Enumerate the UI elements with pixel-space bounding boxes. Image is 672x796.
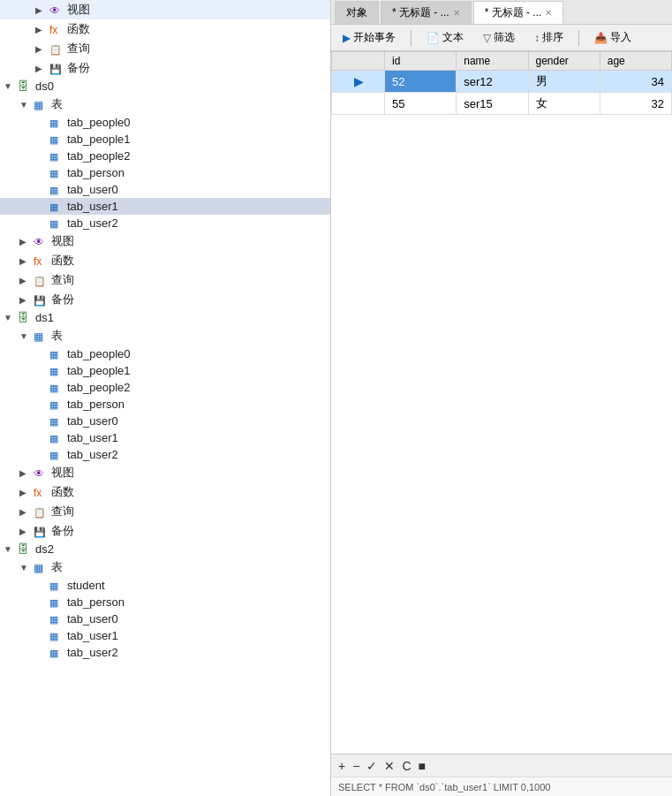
tree-icon-tab_user2-ds2: ▦ bbox=[49, 646, 65, 659]
tab-untitled1[interactable]: * 无标题 - ... ✕ bbox=[381, 1, 472, 24]
sidebar-item-tab_user1-ds0[interactable]: ▦tab_user1 bbox=[0, 198, 330, 215]
row-id-0[interactable]: 52 bbox=[385, 71, 457, 93]
sidebar: ▶👁视图▶fx函数▶📋查询▶💾备份▼🗄ds0▼▦表 ▦tab_people0 ▦… bbox=[0, 0, 331, 796]
tab-object-label: 对象 bbox=[346, 5, 367, 20]
sidebar-item-tables-ds2[interactable]: ▼▦表 bbox=[0, 557, 330, 577]
tree-icon-backup-ds0-pre: 💾 bbox=[49, 62, 65, 75]
sidebar-item-tab_user1-ds2[interactable]: ▦tab_user1 bbox=[0, 627, 330, 644]
sort-button[interactable]: ↕ 排序 bbox=[528, 27, 570, 48]
sidebar-item-tab_people2-ds0[interactable]: ▦tab_people2 bbox=[0, 148, 330, 164]
tree-arrow-view-ds1: ▶ bbox=[19, 468, 32, 478]
cancel-button[interactable]: ✕ bbox=[384, 759, 395, 773]
tree-arrow-func-ds0-pre: ▶ bbox=[35, 25, 48, 34]
tree-icon-tables-ds1: ▦ bbox=[34, 330, 49, 343]
sidebar-item-tab_user2-ds0[interactable]: ▦tab_user2 bbox=[0, 215, 330, 231]
sidebar-item-query-ds0[interactable]: ▶📋查询 bbox=[0, 270, 330, 290]
tab-untitled2[interactable]: * 无标题 - ... ✕ bbox=[473, 1, 564, 24]
sidebar-item-backup-ds0[interactable]: ▶💾备份 bbox=[0, 290, 330, 309]
text-icon: 📄 bbox=[427, 32, 440, 44]
sidebar-item-ds1[interactable]: ▼🗄ds1 bbox=[0, 309, 330, 326]
tree-label-tab_user2-ds0: tab_user2 bbox=[67, 216, 118, 230]
sidebar-item-tab_user1-ds1[interactable]: ▦tab_user1 bbox=[0, 429, 330, 446]
confirm-button[interactable]: ✓ bbox=[366, 759, 377, 773]
sidebar-item-backup-ds1[interactable]: ▶💾备份 bbox=[0, 521, 330, 541]
tree-icon-query-ds0: 📋 bbox=[34, 274, 49, 287]
table-row[interactable]: 55 ser15 女 32 bbox=[332, 93, 672, 115]
sidebar-item-ds0[interactable]: ▼🗄ds0 bbox=[0, 78, 330, 95]
stop-button[interactable]: ■ bbox=[419, 759, 426, 773]
row-age-1[interactable]: 32 bbox=[600, 93, 671, 115]
sidebar-item-query-ds0-pre[interactable]: ▶📋查询 bbox=[0, 39, 330, 58]
sidebar-item-tab_user0-ds2[interactable]: ▦tab_user0 bbox=[0, 610, 330, 627]
filter-button[interactable]: ▽ 筛选 bbox=[477, 27, 521, 48]
tree-icon-tab_user1-ds1: ▦ bbox=[49, 431, 65, 444]
tree-arrow-ds1: ▼ bbox=[4, 313, 16, 322]
sidebar-item-func-ds0[interactable]: ▶fx函数 bbox=[0, 251, 330, 270]
tree-label-backup-ds0-pre: 备份 bbox=[67, 60, 90, 76]
tree-icon-backup-ds0: 💾 bbox=[34, 293, 49, 307]
tree-icon-tab_people0-ds0: ▦ bbox=[49, 116, 65, 129]
sidebar-item-func-ds0-pre[interactable]: ▶fx函数 bbox=[0, 19, 330, 39]
tree-arrow-ds2: ▼ bbox=[4, 544, 16, 554]
sidebar-item-tab_people1-ds0[interactable]: ▦tab_people1 bbox=[0, 131, 330, 148]
sidebar-item-tab_user2-ds2[interactable]: ▦tab_user2 bbox=[0, 644, 330, 661]
close-tab2-icon[interactable]: ✕ bbox=[545, 8, 552, 18]
tree-icon-tab_user1-ds0: ▦ bbox=[49, 200, 65, 213]
sidebar-item-view-ds0[interactable]: ▶👁视图 bbox=[0, 231, 330, 251]
add-row-button[interactable]: + bbox=[338, 759, 345, 773]
col-id-header[interactable]: id bbox=[385, 52, 457, 71]
begin-transaction-button[interactable]: ▶ 开始事务 bbox=[336, 27, 402, 48]
tree-label-tab_people0-ds0: tab_people0 bbox=[67, 116, 131, 129]
sidebar-item-tab_person-ds1[interactable]: ▦tab_person bbox=[0, 396, 330, 413]
sidebar-item-tab_people0-ds0[interactable]: ▦tab_people0 bbox=[0, 114, 330, 131]
transaction-icon: ▶ bbox=[343, 32, 351, 44]
sidebar-item-tab_user0-ds0[interactable]: ▦tab_user0 bbox=[0, 181, 330, 198]
tree-arrow-query-ds1: ▶ bbox=[19, 507, 32, 517]
sidebar-item-backup-ds0-pre[interactable]: ▶💾备份 bbox=[0, 58, 330, 78]
tree-label-backup-ds0: 备份 bbox=[51, 292, 74, 307]
tree-arrow-tables-ds1: ▼ bbox=[19, 331, 32, 341]
tree-icon-tab_user1-ds2: ▦ bbox=[49, 629, 65, 642]
filter-icon: ▽ bbox=[483, 32, 491, 44]
import-icon: 📥 bbox=[594, 32, 608, 44]
sidebar-item-tables-ds1[interactable]: ▼▦表 bbox=[0, 326, 330, 345]
tree-icon-tables-ds2: ▦ bbox=[34, 561, 49, 574]
tree-icon-tab_people2-ds0: ▦ bbox=[49, 149, 65, 163]
begin-transaction-label: 开始事务 bbox=[353, 30, 396, 45]
row-gender-0[interactable]: 男 bbox=[528, 71, 600, 93]
remove-row-button[interactable]: − bbox=[352, 759, 359, 773]
close-tab1-icon[interactable]: ✕ bbox=[453, 8, 460, 18]
tree-icon-view-ds0-pre: 👁 bbox=[49, 4, 65, 17]
tree-label-tab_people1-ds1: tab_people1 bbox=[67, 364, 131, 377]
row-age-0[interactable]: 34 bbox=[600, 71, 671, 93]
sidebar-item-tables-ds0[interactable]: ▼▦表 bbox=[0, 95, 330, 114]
sidebar-item-tab_user2-ds1[interactable]: ▦tab_user2 bbox=[0, 446, 330, 463]
sidebar-item-view-ds1[interactable]: ▶👁视图 bbox=[0, 463, 330, 482]
sidebar-item-student-ds2[interactable]: ▦student bbox=[0, 577, 330, 594]
import-button[interactable]: 📥 导入 bbox=[588, 27, 638, 48]
sidebar-item-tab_user0-ds1[interactable]: ▦tab_user0 bbox=[0, 413, 330, 429]
sidebar-item-tab_people1-ds1[interactable]: ▦tab_people1 bbox=[0, 362, 330, 379]
sidebar-item-tab_people2-ds1[interactable]: ▦tab_people2 bbox=[0, 379, 330, 396]
col-name-header[interactable]: name bbox=[457, 52, 528, 71]
col-age-header[interactable]: age bbox=[600, 52, 671, 71]
tree-label-view-ds0: 视图 bbox=[51, 233, 74, 249]
row-id-1[interactable]: 55 bbox=[385, 93, 457, 115]
sidebar-item-func-ds1[interactable]: ▶fx函数 bbox=[0, 482, 330, 502]
sidebar-item-ds2[interactable]: ▼🗄ds2 bbox=[0, 541, 330, 557]
sidebar-item-tab_person-ds0[interactable]: ▦tab_person bbox=[0, 164, 330, 181]
row-name-0[interactable]: ser12 bbox=[457, 71, 528, 93]
sidebar-item-query-ds1[interactable]: ▶📋查询 bbox=[0, 502, 330, 521]
tree-icon-tab_person-ds1: ▦ bbox=[49, 398, 65, 411]
refresh-button[interactable]: C bbox=[402, 759, 411, 773]
table-row[interactable]: ▶ 52 ser12 男 34 bbox=[332, 71, 672, 93]
sidebar-item-tab_person-ds2[interactable]: ▦tab_person bbox=[0, 594, 330, 610]
text-button[interactable]: 📄 文本 bbox=[420, 27, 470, 48]
row-gender-1[interactable]: 女 bbox=[528, 93, 600, 115]
row-name-1[interactable]: ser15 bbox=[457, 93, 528, 115]
sidebar-item-view-ds0-pre[interactable]: ▶👁视图 bbox=[0, 0, 330, 19]
tree-label-tab_people1-ds0: tab_people1 bbox=[67, 133, 131, 146]
sidebar-item-tab_people0-ds1[interactable]: ▦tab_people0 bbox=[0, 345, 330, 362]
tab-object[interactable]: 对象 bbox=[335, 1, 379, 24]
col-gender-header[interactable]: gender bbox=[528, 52, 600, 71]
